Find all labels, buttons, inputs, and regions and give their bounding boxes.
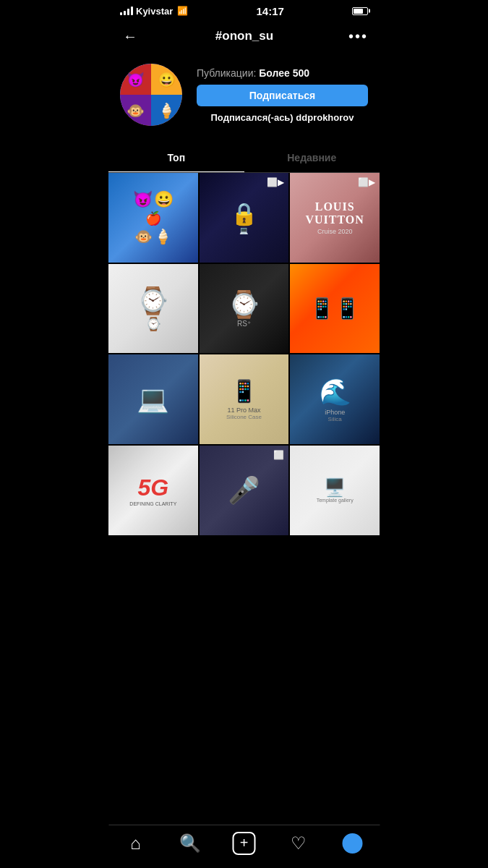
emoji-row-bottom: 🐵 🍦 [134,228,172,245]
grid-item-4[interactable]: ⌚ ⌚ [108,264,198,354]
follower-text: Подписался(-ась) ddprokhorov [197,112,368,123]
tab-recent[interactable]: Недавние [244,143,380,172]
grid-overlay-6: 📱📱 [290,264,380,354]
avatar-char-1: 😈 [120,64,151,95]
follower-prefix: Подписался(-ась) [211,112,294,123]
grid-item-10[interactable]: 5G DEFINING CLARITY [108,446,198,535]
grid-item-5[interactable]: ⌚ RS⁺ [200,264,289,354]
back-button[interactable]: ← [120,25,140,48]
grid-item-9[interactable]: 🌊 iPhone Silica [290,354,380,444]
grid-item-11[interactable]: 🎤 ⬜ [200,446,289,535]
grid-item-1[interactable]: 😈 😀 🍎 🐵 🍦 [108,173,198,263]
video-indicator-2: ⬜▶ [267,177,284,187]
signal-bar-2 [124,11,126,15]
signal-bars [120,7,133,15]
profile-info: Публикации: Более 500 Подписаться Подпис… [197,67,368,123]
signal-bar-1 [120,12,122,15]
tab-top[interactable]: Топ [108,143,244,172]
lv-sub-text: Cruise 2020 [317,228,353,235]
grid-overlay-9: 🌊 iPhone Silica [290,354,380,444]
grid-item-bg-7: 💻 [108,354,198,444]
grid-overlay-8: 📱 11 Pro Max Silicone Case [200,354,289,444]
avatar-char-3: 🐵 [120,95,151,126]
publications-label: Публикации: [197,67,256,79]
signal-bar-3 [127,9,129,15]
grid-overlay-1: 😈 😀 🍎 🐵 🍦 [108,173,198,263]
grid-item-bg-1: 😈 😀 🍎 🐵 🍦 [108,173,198,263]
grid-item-6[interactable]: 📱📱 [290,264,380,354]
follower-name: ddprokhorov [296,112,354,123]
5g-subtext: DEFINING CLARITY [129,501,176,506]
publications-count: Более 500 [259,67,309,79]
grid-overlay-5: ⌚ RS⁺ [200,264,289,354]
battery-fill [354,9,363,14]
emoji-row-top: 😈 😀 [133,190,174,209]
publications-text: Публикации: Более 500 [197,67,368,79]
image-grid: 😈 😀 🍎 🐵 🍦 🔒 💻 ⬜▶ [108,173,380,535]
grid-item-bg-8: 📱 11 Pro Max Silicone Case [200,354,289,444]
grid-item-bg-4: ⌚ ⌚ [108,264,198,354]
status-bar: Kyivstar 📶 14:17 [108,0,380,20]
grid-item-bg-5: ⌚ RS⁺ [200,264,289,354]
avatar-char-2: 😀 [151,64,182,95]
profile-section: 😈 😀 🐵 🍦 Публикации: Более 500 Подписатьс… [108,52,380,137]
grid-item-bg-12: 🖥️ Template gallery [290,446,380,535]
avatar-inner: 😈 😀 🐵 🍦 [120,64,182,126]
tabs: Топ Недавние [108,143,380,173]
avatar-characters: 😈 😀 🐵 🍦 [120,64,182,126]
grid-overlay-7: 💻 [108,354,198,444]
grid-item-12[interactable]: 🖥️ Template gallery [290,446,380,535]
grid-item-3[interactable]: LOUIS VUITTON Cruise 2020 ⬜▶ [290,173,380,263]
video-indicator-11: ⬜ [273,450,284,460]
more-button[interactable]: ••• [348,28,368,45]
grid-overlay-12: 🖥️ Template gallery [290,446,380,535]
battery-icon [352,7,368,15]
avatar: 😈 😀 🐵 🍦 [120,64,182,126]
status-time: 14:17 [256,5,283,17]
grid-item-7[interactable]: 💻 [108,354,198,444]
nav-title: #onon_su [215,29,273,43]
avatar-char-4: 🍦 [151,95,182,126]
grid-overlay-10: 5G DEFINING CLARITY [108,446,198,535]
5g-text: 5G [137,475,168,501]
wifi-icon: 📶 [177,6,188,16]
grid-item-bg-10: 5G DEFINING CLARITY [108,446,198,535]
grid-item-bg-6: 📱📱 [290,264,380,354]
status-right [352,7,368,15]
status-left: Kyivstar 📶 [120,6,188,17]
carrier-name: Kyivstar [136,6,173,17]
grid-item-2[interactable]: 🔒 💻 ⬜▶ [200,173,289,263]
grid-overlay-4: ⌚ ⌚ [108,264,198,354]
grid-item-8[interactable]: 📱 11 Pro Max Silicone Case [200,354,289,444]
lv-brand-text: LOUIS VUITTON [293,200,377,226]
nav-bar: ← #onon_su ••• [108,20,380,52]
video-indicator-3: ⬜▶ [358,177,375,187]
main-content: 😈 😀 🐵 🍦 Публикации: Более 500 Подписатьс… [108,52,380,593]
grid-item-bg-9: 🌊 iPhone Silica [290,354,380,444]
subscribe-button[interactable]: Подписаться [197,85,368,106]
signal-bar-4 [131,7,133,15]
